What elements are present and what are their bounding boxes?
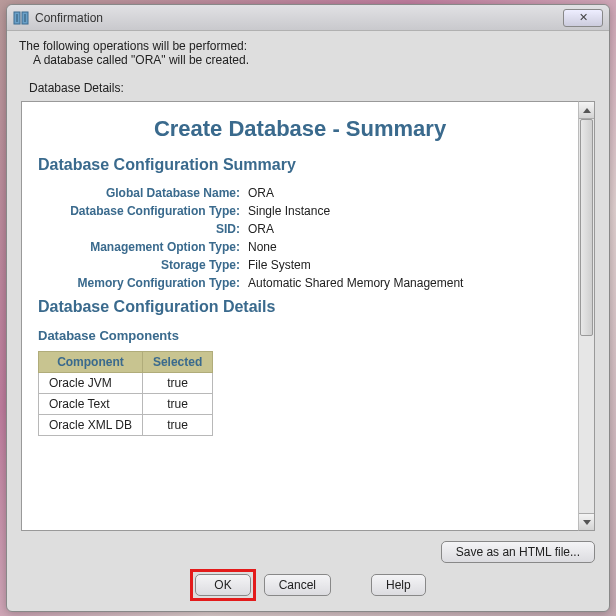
- scroll-track[interactable]: [579, 119, 594, 513]
- component-selected: true: [142, 373, 212, 394]
- kv-key: Database Configuration Type:: [38, 204, 248, 218]
- kv-key: SID:: [38, 222, 248, 236]
- component-name: Oracle JVM: [39, 373, 143, 394]
- summary-content: Create Database - Summary Database Confi…: [21, 101, 578, 531]
- component-name: Oracle XML DB: [39, 415, 143, 436]
- components-heading: Database Components: [38, 328, 562, 343]
- kv-global-db-name: Global Database Name: ORA: [38, 186, 562, 200]
- ok-highlight: OK: [190, 569, 255, 601]
- cancel-button[interactable]: Cancel: [264, 574, 331, 596]
- details-label: Database Details:: [7, 69, 609, 101]
- kv-mem-config: Memory Configuration Type: Automatic Sha…: [38, 276, 562, 290]
- content-frame: Create Database - Summary Database Confi…: [21, 101, 595, 531]
- footer-row-actions: OK Cancel Help: [7, 565, 609, 611]
- kv-storage-type: Storage Type: File System: [38, 258, 562, 272]
- chevron-up-icon: [583, 108, 591, 113]
- window-title: Confirmation: [35, 11, 563, 25]
- help-button[interactable]: Help: [371, 574, 426, 596]
- component-name: Oracle Text: [39, 394, 143, 415]
- scroll-thumb[interactable]: [580, 119, 593, 336]
- titlebar[interactable]: Confirmation ✕: [7, 5, 609, 31]
- kv-value: Automatic Shared Memory Management: [248, 276, 463, 290]
- page-title: Create Database - Summary: [38, 116, 562, 142]
- kv-key: Management Option Type:: [38, 240, 248, 254]
- table-row: Oracle Text true: [39, 394, 213, 415]
- table-row: Oracle XML DB true: [39, 415, 213, 436]
- vertical-scrollbar[interactable]: [578, 101, 595, 531]
- col-selected: Selected: [142, 352, 212, 373]
- kv-value: Single Instance: [248, 204, 330, 218]
- operations-line2: A database called "ORA" will be created.: [19, 53, 597, 67]
- app-icon: [13, 10, 29, 26]
- kv-value: None: [248, 240, 277, 254]
- kv-sid: SID: ORA: [38, 222, 562, 236]
- component-selected: true: [142, 394, 212, 415]
- col-component: Component: [39, 352, 143, 373]
- kv-value: File System: [248, 258, 311, 272]
- close-icon: ✕: [579, 11, 588, 24]
- confirmation-dialog: Confirmation ✕ The following operations …: [6, 4, 610, 612]
- window-close-button[interactable]: ✕: [563, 9, 603, 27]
- chevron-down-icon: [583, 520, 591, 525]
- ok-button[interactable]: OK: [195, 574, 250, 596]
- operations-text: The following operations will be perform…: [7, 31, 609, 69]
- table-row: Oracle JVM true: [39, 373, 213, 394]
- kv-config-type: Database Configuration Type: Single Inst…: [38, 204, 562, 218]
- scroll-down-button[interactable]: [579, 513, 594, 530]
- summary-heading: Database Configuration Summary: [38, 156, 562, 174]
- components-table: Component Selected Oracle JVM true Oracl…: [38, 351, 213, 436]
- operations-line1: The following operations will be perform…: [19, 39, 597, 53]
- kv-value: ORA: [248, 186, 274, 200]
- save-html-button[interactable]: Save as an HTML file...: [441, 541, 595, 563]
- kv-mgmt-option: Management Option Type: None: [38, 240, 562, 254]
- scroll-up-button[interactable]: [579, 102, 594, 119]
- footer-row-save: Save as an HTML file...: [7, 531, 609, 565]
- component-selected: true: [142, 415, 212, 436]
- kv-value: ORA: [248, 222, 274, 236]
- kv-key: Memory Configuration Type:: [38, 276, 248, 290]
- kv-key: Storage Type:: [38, 258, 248, 272]
- details-heading: Database Configuration Details: [38, 298, 562, 316]
- kv-key: Global Database Name:: [38, 186, 248, 200]
